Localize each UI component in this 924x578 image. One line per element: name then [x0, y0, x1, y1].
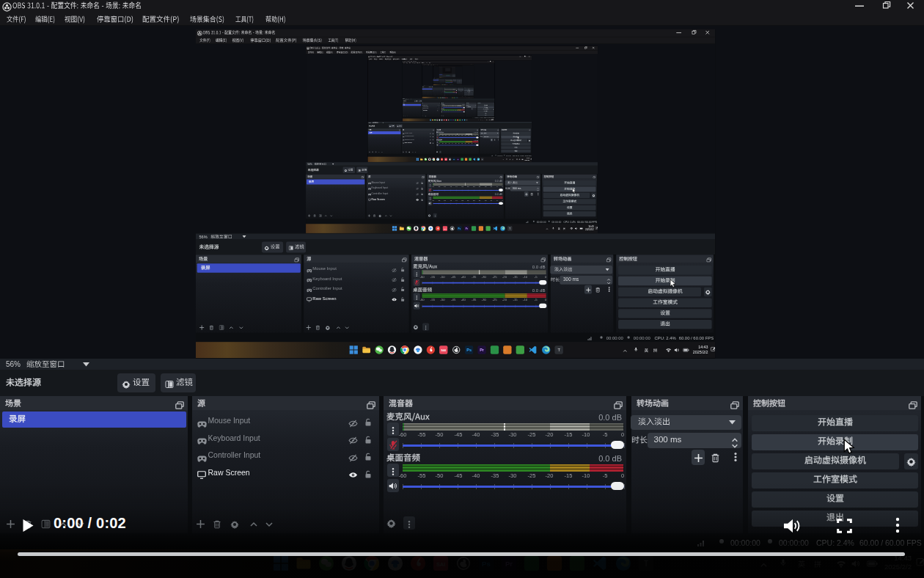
svg-text:Pr: Pr — [450, 97, 450, 98]
svg-text:Ps: Ps — [466, 348, 472, 352]
svg-text:Ps: Ps — [448, 97, 449, 98]
svg-text:T: T — [458, 97, 458, 98]
svg-text:Ps: Ps — [458, 227, 461, 230]
svg-text:SAI: SAI — [446, 97, 447, 98]
svg-text:Pr: Pr — [465, 227, 468, 230]
svg-text:T: T — [557, 348, 560, 352]
svg-text:Pr: Pr — [480, 348, 485, 352]
svg-text:SAI: SAI — [441, 348, 446, 352]
svg-text:SAI: SAI — [443, 228, 446, 230]
